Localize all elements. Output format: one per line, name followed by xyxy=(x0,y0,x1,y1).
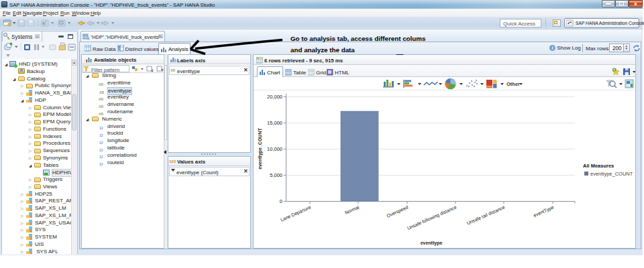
svg-text:0: 0 xyxy=(280,198,282,204)
svg-text:Unsafe following distance: Unsafe following distance xyxy=(407,204,458,231)
svg-text:Other: Other xyxy=(506,81,520,87)
svg-text:15,000: 15,000 xyxy=(267,120,282,126)
svg-text:20,000: 20,000 xyxy=(267,94,282,100)
svg-text:10,000: 10,000 xyxy=(267,146,282,152)
svg-text:Lane Departure: Lane Departure xyxy=(280,204,312,222)
svg-text:eventtype_COUNT: eventtype_COUNT xyxy=(590,171,633,177)
svg-text:Unsafe tail distance: Unsafe tail distance xyxy=(466,204,506,225)
svg-text:Normal: Normal xyxy=(344,204,360,215)
svg-text:All Measures: All Measures xyxy=(583,163,614,169)
svg-text:eventType: eventType xyxy=(533,204,555,218)
svg-text:Overspeed: Overspeed xyxy=(386,204,409,218)
svg-text:eventtype_COUNT: eventtype_COUNT xyxy=(258,128,263,170)
svg-text:5,000: 5,000 xyxy=(270,172,282,178)
svg-text:eventtype: eventtype xyxy=(421,241,443,246)
